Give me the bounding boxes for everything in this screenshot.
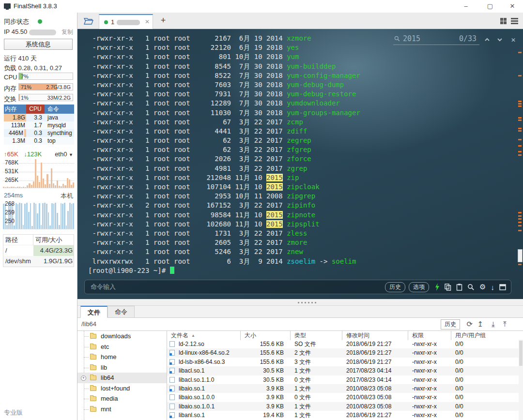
scroll-down-icon[interactable]: ↓ <box>491 283 495 291</box>
file-type: SO 文件 <box>291 340 342 348</box>
col-perms[interactable]: 权限 <box>408 331 451 340</box>
file-row[interactable]: libaio.so.1.0.03.9 KB0 文件2010/08/23 05:0… <box>167 393 523 402</box>
line-meta: -rwxr-xr-x 1 root root 22120 6月 19 <box>88 44 266 51</box>
tree-item-lib64[interactable]: +lib64 <box>77 373 167 383</box>
history-button[interactable]: 历史 <box>385 282 405 292</box>
line-meta: -rwxr-xr-x 1 root root 801 10月 10 <box>88 53 266 60</box>
sync-status-dot <box>38 19 42 24</box>
paste-icon[interactable] <box>456 284 462 291</box>
file-perms: -rwxr-xr-x <box>408 358 451 366</box>
minimize-button[interactable]: – <box>456 0 476 13</box>
disk-col-size[interactable]: 可用/大小 <box>33 235 74 245</box>
disk-row[interactable]: /dev/shm1.9G/1.9G <box>3 256 74 267</box>
graph-bar <box>61 203 62 229</box>
options-button[interactable]: 选项 <box>409 282 429 292</box>
settings-gear-icon[interactable]: ⚙ <box>479 283 486 291</box>
file-row[interactable]: ld-linux-x86-64.so.2155.6 KB2 文件2018/06/… <box>167 348 523 357</box>
file-table-scrollbar[interactable] <box>519 340 523 420</box>
net-ylabel-0: 768K <box>5 159 18 166</box>
process-row[interactable]: 446M0.3syncthing <box>4 129 74 137</box>
col-size[interactable]: 大小 <box>241 331 291 340</box>
col-filename[interactable]: 文件名▲ <box>167 331 241 340</box>
search-input[interactable]: 2015 <box>403 34 459 43</box>
col-mtime[interactable]: 修改时间 <box>342 331 408 340</box>
tree-item-lost+found[interactable]: lost+found <box>77 383 167 394</box>
line-meta: -rwxr-xr-x 1 root root 212048 11月 10 <box>88 174 266 181</box>
file-row[interactable]: libanl.so.119.4 KB1 文件2018/06/19 21:27-r… <box>167 411 523 420</box>
line-filename: yum-config-manager <box>287 72 360 79</box>
line-filename: zipcloak <box>287 183 319 191</box>
file-row[interactable]: libacl.so.130.5 KB1 文件2017/08/23 04:14-r… <box>167 366 523 375</box>
line-meta: -rwxr-xr-x 1 root root 62 3月 22 <box>88 136 266 144</box>
expand-icon[interactable]: + <box>81 375 86 381</box>
tab-close-icon[interactable]: ✕ <box>145 18 150 25</box>
upload-rate: ↑65K <box>4 150 18 158</box>
line-year: 2018 <box>266 81 283 89</box>
search-close-icon[interactable]: ✕ <box>509 35 517 44</box>
system-info-button[interactable]: 系统信息 <box>4 39 73 50</box>
terminal[interactable]: -rwxr-xr-x 1 root root 2167 6月 19 2014 x… <box>77 29 523 299</box>
proc-col-mem[interactable]: 内存 <box>4 105 26 114</box>
tab-commands[interactable]: 命令 <box>108 306 135 318</box>
open-folder-icon[interactable] <box>84 17 93 25</box>
file-row[interactable]: ld-2.12.so155.6 KBSO 文件2018/06/19 21:27-… <box>167 340 523 348</box>
add-tab-button[interactable]: + <box>158 15 169 26</box>
tree-item-mnt[interactable]: mnt <box>77 404 167 415</box>
disk-col-path[interactable]: 路径 <box>3 235 33 245</box>
disk-row[interactable]: /4.4G/23.3G <box>3 245 74 256</box>
path-input[interactable]: /lib64 <box>81 320 96 328</box>
file-row[interactable]: ld-lsb-x86-64.so.3155.6 KB3 文件2018/06/19… <box>167 358 523 366</box>
file-row[interactable]: libacl.so.1.1.030.5 KB0 文件2017/08/23 04:… <box>167 375 523 384</box>
search-next-button[interactable] <box>497 37 505 43</box>
proc-col-cmd[interactable]: 命令 <box>45 105 74 114</box>
copy-icon[interactable] <box>445 284 451 291</box>
copy-ip-button[interactable]: 复制 <box>62 28 73 36</box>
graph-bar <box>46 174 48 188</box>
refresh-icon[interactable]: ⟳ <box>466 320 473 329</box>
download-file-icon[interactable]: ⤓ <box>492 320 495 329</box>
process-row[interactable]: 1.3M0.3top <box>4 137 74 145</box>
tree-item-media[interactable]: media <box>77 393 167 404</box>
tab-files[interactable]: 文件 <box>80 306 108 318</box>
file-link-icon <box>169 412 175 418</box>
line-meta: -rwxr-xr-x 1 root root 102680 11月 10 <box>88 220 266 228</box>
file-owner: 0/0 <box>451 393 523 402</box>
proc-col-cpu[interactable]: CPU <box>26 105 45 114</box>
command-input-placeholder[interactable]: 命令输入 <box>91 283 385 291</box>
terminal-search-icon[interactable] <box>467 284 475 291</box>
maximize-button[interactable]: ▢ <box>480 0 500 13</box>
fullscreen-window-icon[interactable] <box>499 284 506 290</box>
process-row[interactable]: 1.8G3.3java <box>4 114 74 121</box>
match-marker <box>518 120 522 121</box>
col-owner[interactable]: 用户/用户组 <box>451 331 523 340</box>
line-meta: -rwxr-xr-x 1 root root 4981 3月 22 <box>88 165 266 172</box>
terminal-scrollbar-thumb[interactable] <box>518 249 523 262</box>
graph-bar <box>17 187 18 188</box>
quick-command-lightning-icon[interactable] <box>435 283 440 291</box>
upload-file-icon[interactable]: ⤒ <box>503 320 507 329</box>
tree-item-label: media <box>101 393 118 404</box>
panel-splitter[interactable] <box>77 299 523 306</box>
search-prev-button[interactable] <box>484 37 492 43</box>
tree-item-downloads[interactable]: downloads <box>77 331 167 342</box>
ping-ylabel-1: 259 <box>5 209 15 216</box>
file-row[interactable]: libaio.so.1.0.13.9 KB1 文件2010/08/23 05:0… <box>167 402 523 411</box>
iface-selector[interactable]: eth0 ▼ <box>55 150 73 158</box>
tree-item-etc[interactable]: etc <box>77 342 167 352</box>
splitter-handle-dots <box>298 302 316 303</box>
process-row[interactable]: 113M1.7mysqld <box>4 121 74 129</box>
close-button[interactable]: ✕ <box>503 0 522 13</box>
graph-bar <box>15 187 16 188</box>
session-tab[interactable]: 1 ✕ <box>99 14 153 29</box>
command-input-bar[interactable]: 命令输入 历史 选项 ⚙ ↓ <box>84 280 511 294</box>
path-history-button[interactable]: 历史 <box>441 319 460 330</box>
tree-item-lib[interactable]: lib <box>77 362 167 373</box>
file-row[interactable]: libaio.so.13.9 KB1 文件2010/08/23 05:08-rw… <box>167 384 523 393</box>
menu-list-icon[interactable] <box>511 18 518 24</box>
file-name: libanl.so.1 <box>167 411 241 420</box>
go-up-icon[interactable]: ↥ <box>477 320 483 329</box>
line-year: 2015 <box>266 211 283 219</box>
layout-grid-icon[interactable] <box>500 18 507 24</box>
col-type[interactable]: 类型 <box>291 331 342 340</box>
tree-item-home[interactable]: home <box>77 352 167 362</box>
